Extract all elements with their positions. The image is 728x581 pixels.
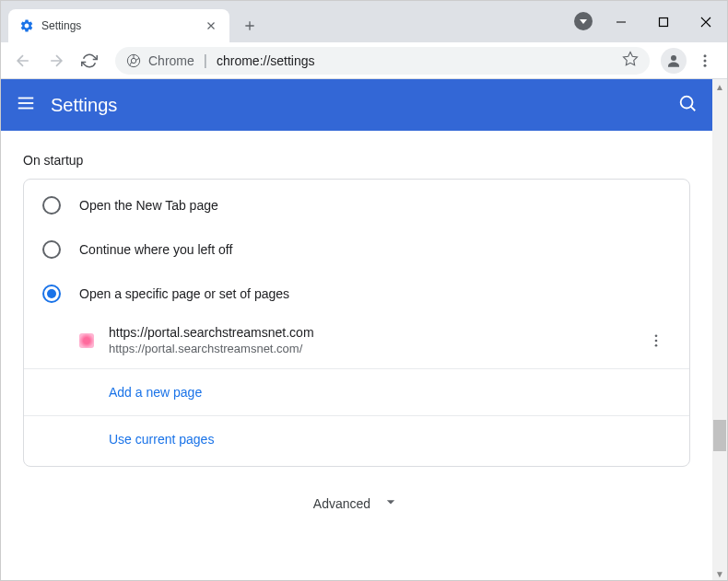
maximize-button[interactable] [642,1,685,42]
tab-title: Settings [41,19,196,32]
svg-point-12 [681,97,693,109]
browser-tab[interactable]: Settings [8,9,229,42]
page-content: Settings On startup Open the New Tab pag… [1,79,712,581]
svg-point-6 [704,54,707,57]
svg-point-15 [655,339,658,342]
startup-page-entry: https://portal.searchstreamsnet.com http… [24,316,689,365]
window-controls [600,1,727,42]
tab-close-icon[interactable] [204,18,218,33]
radio-icon [42,240,61,259]
settings-header: Settings [1,79,712,131]
profile-button[interactable] [661,48,687,74]
svg-line-13 [691,107,696,111]
radio-new-tab[interactable]: Open the New Tab page [24,183,689,227]
chrome-icon [126,53,141,68]
close-window-button[interactable] [685,1,727,42]
window-titlebar: Settings [1,1,727,42]
scroll-up-icon[interactable]: ▲ [712,79,727,94]
startup-card: Open the New Tab page Continue where you… [23,179,690,467]
site-favicon [79,333,94,348]
search-icon[interactable] [677,93,698,117]
tab-strip: Settings [1,1,263,42]
bookmark-star-icon[interactable] [622,51,639,71]
advanced-label: Advanced [313,496,370,511]
chrome-menu-button[interactable] [690,46,720,76]
radio-icon-checked [42,285,61,303]
use-current-row[interactable]: Use current pages [24,415,689,462]
omnibox-origin: Chrome [148,53,194,68]
forward-button[interactable] [41,46,71,76]
omnibox-url: chrome://settings [217,53,615,68]
add-page-link: Add a new page [109,385,202,400]
add-page-row[interactable]: Add a new page [24,368,689,415]
svg-marker-4 [624,52,638,64]
settings-gear-icon [19,18,34,33]
chevron-down-icon [382,493,400,515]
back-button[interactable] [8,46,38,76]
page-more-button[interactable] [641,326,671,355]
minimize-button[interactable] [600,1,642,42]
page-entry-url: https://portal.searchstreamsnet.com/ [109,342,627,355]
scrollbar[interactable]: ▲ ▼ [712,79,727,581]
radio-specific-pages[interactable]: Open a specific page or set of pages [24,272,689,316]
svg-point-7 [704,59,707,62]
radio-label: Open a specific page or set of pages [79,286,289,301]
settings-title: Settings [51,95,663,116]
hamburger-menu-icon[interactable] [16,93,36,117]
use-current-link: Use current pages [109,432,214,447]
svg-point-5 [671,55,676,61]
radio-label: Open the New Tab page [79,198,218,213]
browser-toolbar: Chrome | chrome://settings [1,42,727,79]
page-info: https://portal.searchstreamsnet.com http… [109,325,627,355]
advanced-toggle[interactable]: Advanced [1,467,712,529]
omnibox-divider: | [204,52,207,69]
svg-point-14 [655,334,658,337]
radio-label: Continue where you left off [79,242,232,257]
scroll-down-icon[interactable]: ▼ [712,566,727,581]
new-tab-button[interactable] [237,13,263,39]
radio-continue[interactable]: Continue where you left off [24,227,689,272]
startup-section-title: On startup [1,145,712,179]
scrollbar-thumb[interactable] [713,420,726,451]
radio-icon [42,196,61,215]
svg-rect-1 [660,17,668,26]
address-bar[interactable]: Chrome | chrome://settings [115,47,650,75]
page-entry-title: https://portal.searchstreamsnet.com [109,325,627,340]
svg-point-8 [704,64,707,66]
reload-button[interactable] [75,46,104,76]
profile-indicator-icon[interactable] [574,12,593,30]
svg-point-16 [655,343,658,346]
